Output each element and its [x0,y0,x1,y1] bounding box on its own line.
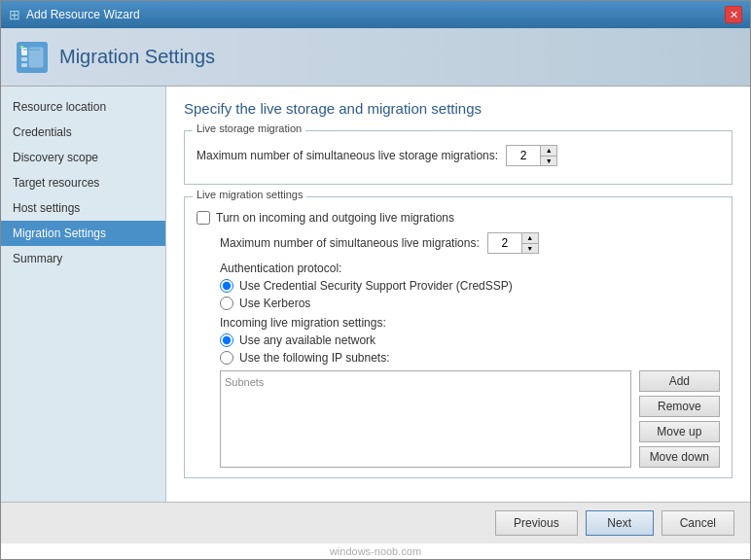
max-storage-row: Maximum number of simultaneous live stor… [197,145,720,166]
main-content: Specify the live storage and migration s… [166,87,750,502]
sidebar-item-summary[interactable]: Summary [1,246,165,271]
live-migration-checkbox[interactable] [197,211,210,225]
incoming-settings-label: Incoming live migration settings: [220,316,720,330]
add-subnet-button[interactable]: Add [639,370,720,392]
app-icon: ⊞ [9,7,20,22]
auth-kerberos-radio[interactable] [220,297,233,310]
migration-icon [18,44,46,71]
spinbox-buttons: ▲ ▼ [540,146,556,165]
max-migrations-spinbox[interactable]: ▲ ▼ [487,232,539,254]
spinbox2-up-btn[interactable]: ▲ [522,233,538,243]
move-up-button[interactable]: Move up [639,421,720,442]
previous-button[interactable]: Previous [495,510,578,536]
auth-credssp-radio[interactable] [220,279,233,293]
max-migrations-row: Maximum number of simultaneous live migr… [220,232,720,254]
incoming-ip-row: Use the following IP subnets: [220,351,720,365]
sidebar-item-resource-location[interactable]: Resource location [1,94,165,120]
svg-rect-1 [21,57,27,61]
live-migration-content: Turn on incoming and outgoing live migra… [185,197,732,477]
svg-rect-3 [29,48,43,67]
live-storage-content: Maximum number of simultaneous live stor… [185,131,732,184]
incoming-any-label: Use any available network [239,333,376,347]
live-migration-details: Maximum number of simultaneous live migr… [197,232,720,468]
auth-credssp-label: Use Credential Security Support Provider… [239,279,513,293]
incoming-any-radio[interactable] [220,333,233,347]
auth-credssp-row: Use Credential Security Support Provider… [220,279,720,293]
incoming-ip-label: Use the following IP subnets: [239,351,390,365]
sidebar-item-discovery-scope[interactable]: Discovery scope [1,145,165,170]
auth-protocol-label: Authentication protocol: [220,262,720,275]
sidebar-item-host-settings[interactable]: Host settings [1,195,165,221]
spinbox-down-btn[interactable]: ▼ [541,156,556,165]
live-migration-checkbox-label: Turn on incoming and outgoing live migra… [216,211,454,225]
spinbox2-down-btn[interactable]: ▼ [522,243,538,253]
svg-rect-5 [20,46,23,49]
spinbox2-buttons: ▲ ▼ [521,233,538,253]
max-storage-label: Maximum number of simultaneous live stor… [197,149,498,162]
live-storage-legend: Live storage migration [193,122,305,134]
close-button[interactable]: ✕ [725,6,742,23]
sidebar-item-credentials[interactable]: Credentials [1,120,165,145]
max-storage-spinbox[interactable]: 2 ▲ ▼ [506,145,557,166]
incoming-any-row: Use any available network [220,333,720,347]
subnets-label: Subnets [225,376,264,388]
move-down-button[interactable]: Move down [639,446,720,468]
wizard-window: ⊞ Add Resource Wizard ✕ Migration Settin… [0,0,751,560]
header-icon [17,42,48,73]
page-header-title: Migration Settings [59,46,215,68]
content-area: Resource location Credentials Discovery … [1,87,750,502]
cancel-button[interactable]: Cancel [662,510,734,536]
sidebar-item-migration-settings[interactable]: Migration Settings [1,221,165,246]
remove-subnet-button[interactable]: Remove [639,396,720,417]
header-section: Migration Settings [1,28,750,87]
sidebar-item-target-resources[interactable]: Target resources [1,170,165,195]
live-storage-section: Live storage migration Maximum number of… [184,130,733,185]
live-migration-section: Live migration settings Turn on incoming… [184,196,733,478]
max-migrations-input[interactable] [488,233,521,253]
incoming-ip-radio[interactable] [220,351,233,365]
page-title: Specify the live storage and migration s… [184,100,733,117]
next-button[interactable]: Next [586,510,654,536]
toggle-live-migration-row: Turn on incoming and outgoing live migra… [197,211,720,225]
live-migration-legend: Live migration settings [193,189,306,200]
window-title: Add Resource Wizard [26,8,140,21]
subnets-listbox[interactable]: Subnets [220,370,631,468]
sidebar: Resource location Credentials Discovery … [1,87,166,502]
max-storage-input[interactable]: 2 [507,146,540,165]
auth-kerberos-label: Use Kerberos [239,297,310,310]
title-bar: ⊞ Add Resource Wizard ✕ [1,1,750,28]
wizard-footer: Previous Next Cancel [1,502,750,543]
svg-rect-0 [21,48,27,55]
spinbox-up-btn[interactable]: ▲ [541,146,556,156]
svg-rect-2 [21,63,27,67]
watermark: windows-noob.com [1,543,750,559]
subnets-area: Subnets Add Remove Move up Move down [220,370,720,468]
auth-kerberos-row: Use Kerberos [220,297,720,310]
title-bar-left: ⊞ Add Resource Wizard [9,7,140,22]
max-migrations-label: Maximum number of simultaneous live migr… [220,236,480,250]
subnets-action-buttons: Add Remove Move up Move down [639,370,720,468]
